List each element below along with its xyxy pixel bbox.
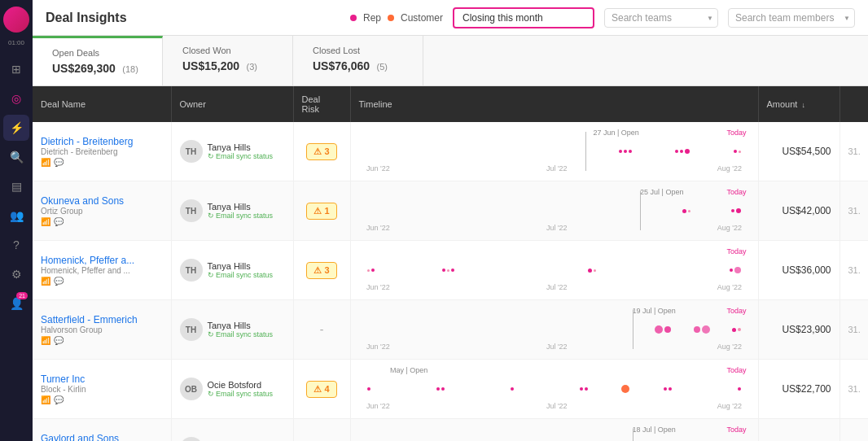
deal-name-cell: Dietrich - Breitenberg Dietrich - Breite… — [33, 122, 171, 181]
table-row: Turner Inc Block - Kirlin 📶 💬 OB Ocie Bo… — [33, 360, 868, 419]
feed-icon[interactable]: 📶 — [41, 277, 50, 286]
add-user-icon[interactable]: 👥 — [3, 203, 29, 229]
col-amount[interactable]: Amount ↓ — [758, 86, 840, 122]
open-deals-label: Open Deals — [52, 48, 142, 58]
search-members-select[interactable]: Search team members — [728, 8, 855, 28]
timeline-cell: Today Jun '22 Jul '22 Aug '22 — [350, 241, 758, 300]
deal-sub-name: Block - Kirlin — [41, 385, 163, 394]
bolt-icon[interactable]: ⚡ — [3, 115, 29, 141]
email-sync-status: ↻ Email sync status — [208, 152, 274, 160]
notification-icon[interactable]: 👤 — [3, 290, 29, 317]
closed-lost-value: US$76,060 (5) — [313, 59, 403, 73]
deals-table: Deal Name Owner DealRisk Timeline Amount… — [33, 86, 868, 441]
owner-name: Tanya Hills — [208, 321, 274, 330]
deal-name-cell: Gaylord and Sons Kuvalis - Waters 📶 💬 — [33, 419, 171, 442]
last-col: 31. — [840, 360, 868, 419]
last-col: 31. — [840, 419, 868, 442]
risk-badge: ⚠ 3 — [306, 143, 336, 160]
owner-name: Ocie Botsford — [208, 380, 274, 390]
owner-avatar: TH — [180, 437, 203, 441]
deal-amount: US$22,700 — [782, 383, 831, 395]
feed-icon[interactable]: 📶 — [41, 336, 50, 345]
owner-cell: TH Tanya Hills ↻ Email sync status — [171, 122, 293, 181]
home-icon[interactable]: ⊞ — [3, 56, 29, 82]
tab-open-deals[interactable]: Open Deals US$269,300 (18) — [33, 36, 163, 85]
open-deals-amount: US$269,300 — [52, 62, 116, 75]
deal-sub-name: Dietrich - Breitenberg — [41, 147, 163, 156]
tab-closed-won[interactable]: Closed Won US$15,200 (3) — [163, 36, 293, 85]
customer-dot — [388, 15, 394, 21]
risk-badge: ⚠ 1 — [306, 203, 336, 220]
deal-primary-name[interactable]: Okuneva and Sons — [41, 195, 163, 207]
col-deal-name: Deal Name — [33, 86, 171, 122]
owner-avatar: TH — [180, 318, 203, 341]
risk-cell: ⚠ 4 — [293, 360, 350, 419]
owner-cell: TH Tanya Hills ↻ Email sync status — [171, 181, 293, 241]
amount-cell: US$22,700 — [758, 360, 840, 419]
amount-cell: US$23,900 — [758, 300, 840, 360]
chat-icon[interactable]: 💬 — [54, 395, 64, 404]
deal-primary-name[interactable]: Gaylord and Sons — [41, 433, 163, 441]
last-col: 31. — [840, 122, 868, 181]
amount-cell: US$11,700 — [758, 419, 840, 442]
closing-filter-input[interactable] — [453, 7, 594, 28]
rep-dot — [350, 15, 357, 21]
sidebar-time: 01:00 — [8, 39, 24, 46]
owner-cell: TH Tanya Hills ↻ Email sync status — [171, 419, 293, 442]
feed-icon[interactable]: 📶 — [41, 395, 50, 404]
email-sync-status: ↻ Email sync status — [208, 271, 274, 279]
search-teams-select[interactable]: Search teams — [604, 8, 718, 28]
risk-badge: ⚠ 3 — [306, 262, 336, 279]
main-content: Deal Insights Rep Customer Search teams … — [33, 0, 868, 441]
deal-primary-name[interactable]: Homenick, Pfeffer a... — [41, 255, 163, 266]
email-sync-status: ↻ Email sync status — [208, 212, 274, 220]
table-row: Dietrich - Breitenberg Dietrich - Breite… — [33, 122, 868, 181]
last-col: 31. — [840, 181, 868, 241]
feed-icon[interactable]: 📶 — [41, 158, 50, 167]
owner-avatar: TH — [180, 259, 203, 282]
deals-table-container[interactable]: Deal Name Owner DealRisk Timeline Amount… — [33, 86, 868, 441]
deal-primary-name[interactable]: Satterfield - Emmerich — [41, 314, 163, 325]
owner-avatar: OB — [180, 378, 203, 400]
chat-icon[interactable]: 💬 — [54, 277, 64, 286]
closed-won-count: (3) — [247, 62, 257, 72]
amount-cell: US$36,000 — [758, 241, 840, 300]
open-deals-value: US$269,300 (18) — [52, 61, 142, 76]
risk-dash: - — [320, 323, 324, 336]
deal-amount: US$42,000 — [782, 205, 831, 216]
search-zoom-icon[interactable]: 🔍 — [3, 144, 29, 170]
email-sync-status: ↻ Email sync status — [208, 330, 274, 338]
chat-icon[interactable]: 💬 — [54, 217, 64, 226]
help-icon[interactable]: ? — [3, 232, 29, 258]
deal-primary-name[interactable]: Dietrich - Breitenberg — [41, 136, 163, 147]
chart-icon[interactable]: ◎ — [3, 85, 29, 111]
risk-badge: ⚠ 4 — [306, 381, 336, 398]
page-title: Deal Insights — [46, 11, 127, 25]
user-avatar[interactable] — [3, 7, 29, 33]
open-deals-count: (18) — [122, 64, 138, 74]
deal-primary-name[interactable]: Turner Inc — [41, 373, 163, 385]
col-owner: Owner — [171, 86, 293, 122]
tab-closed-lost[interactable]: Closed Lost US$76,060 (5) — [293, 36, 423, 85]
rep-label: Rep — [363, 12, 381, 24]
chat-icon[interactable]: 💬 — [54, 336, 64, 345]
customer-label: Customer — [401, 12, 443, 24]
bar-chart-icon[interactable]: ▤ — [3, 173, 29, 199]
settings-icon[interactable]: ⚙ — [3, 261, 29, 287]
timeline-cell: 25 Jul | Open Today Jun '22 Jul '22 Aug … — [350, 181, 758, 241]
search-teams-wrap: Search teams — [604, 8, 718, 28]
owner-cell: TH Tanya Hills ↻ Email sync status — [171, 300, 293, 360]
last-col: 31. — [840, 300, 868, 360]
feed-icon[interactable]: 📶 — [41, 217, 50, 226]
sidebar: 01:00 ⊞ ◎ ⚡ 🔍 ▤ 👥 ? ⚙ 👤 — [0, 0, 33, 441]
table-body: Dietrich - Breitenberg Dietrich - Breite… — [33, 122, 868, 441]
closed-won-label: Closed Won — [182, 46, 273, 55]
table-row: Okuneva and Sons Ortiz Group 📶 💬 TH Tany… — [33, 181, 868, 241]
deal-name-cell: Homenick, Pfeffer a... Homenick, Pfeffer… — [33, 241, 171, 300]
search-members-wrap: Search team members — [728, 8, 855, 28]
table-row: Satterfield - Emmerich Halvorson Group 📶… — [33, 300, 868, 360]
last-col: 31. — [840, 241, 868, 300]
chat-icon[interactable]: 💬 — [54, 158, 64, 167]
closed-won-value: US$15,200 (3) — [182, 59, 273, 73]
deal-sub-name: Halvorson Group — [41, 325, 163, 334]
